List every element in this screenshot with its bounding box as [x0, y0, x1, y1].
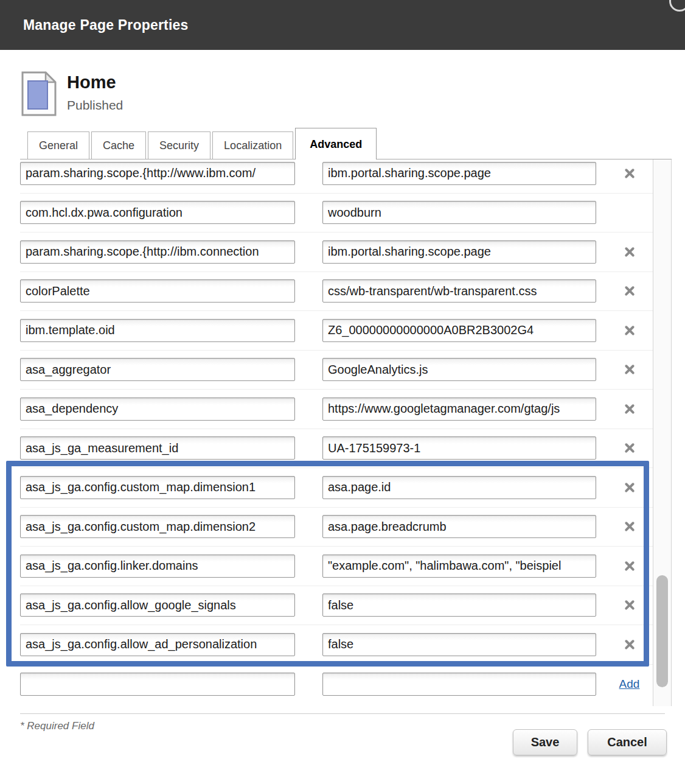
row-action-cell — [596, 439, 653, 457]
document-page-icon — [20, 71, 58, 117]
page-title: Home — [67, 72, 123, 93]
tab-advanced[interactable]: Advanced — [295, 128, 377, 159]
tab-general[interactable]: General — [27, 131, 89, 159]
tab-label: Cache — [103, 139, 134, 152]
delete-row-button[interactable] — [621, 557, 639, 575]
property-value-input[interactable] — [322, 358, 596, 381]
delete-row-button[interactable] — [621, 164, 639, 183]
property-key-input[interactable] — [20, 515, 295, 538]
footer-divider — [20, 713, 665, 714]
delete-row-button[interactable] — [621, 243, 639, 261]
property-row: Add — [20, 665, 653, 704]
property-key-input[interactable] — [20, 319, 295, 342]
property-key-input[interactable] — [20, 476, 295, 499]
row-action-cell — [596, 321, 653, 340]
delete-x-icon — [624, 168, 635, 179]
property-key-input[interactable] — [20, 201, 295, 224]
delete-row-button[interactable] — [621, 478, 639, 497]
tab-security[interactable]: Security — [148, 131, 210, 159]
row-action-cell — [596, 400, 653, 418]
property-value-input[interactable] — [322, 397, 596, 421]
property-row — [20, 586, 653, 626]
properties-list: Add — [20, 159, 653, 704]
tab-bar: GeneralCacheSecurityLocalizationAdvanced — [27, 128, 378, 159]
property-key-input[interactable] — [20, 240, 295, 264]
property-value-input[interactable] — [322, 515, 596, 538]
property-value-input[interactable] — [322, 555, 596, 578]
row-action-cell — [596, 596, 653, 614]
row-action-cell — [596, 360, 653, 379]
property-row — [20, 194, 653, 233]
row-action-cell — [596, 635, 653, 654]
property-value-input[interactable] — [322, 319, 596, 342]
required-field-note: * Required Field — [20, 720, 94, 732]
dialog-titlebar: Manage Page Properties — [0, 0, 685, 50]
cancel-button[interactable]: Cancel — [588, 729, 667, 755]
property-row — [20, 508, 653, 547]
tab-label: Security — [159, 139, 199, 152]
delete-x-icon — [624, 482, 635, 493]
property-row — [20, 272, 653, 312]
page-heading: Home Published — [20, 71, 123, 117]
property-value-input[interactable] — [322, 162, 596, 185]
scrollbar-thumb[interactable] — [656, 575, 668, 687]
row-action-cell — [596, 243, 653, 261]
delete-row-button[interactable] — [621, 439, 639, 457]
property-row — [20, 547, 653, 586]
delete-row-button[interactable] — [621, 596, 639, 614]
property-row — [20, 159, 653, 194]
property-value-input[interactable] — [322, 201, 596, 224]
delete-row-button[interactable] — [621, 635, 639, 654]
property-row — [20, 351, 653, 390]
dialog-title: Manage Page Properties — [23, 16, 189, 34]
property-key-input[interactable] — [20, 673, 295, 696]
property-row — [20, 311, 653, 351]
delete-x-icon — [624, 404, 635, 415]
add-row-link[interactable]: Add — [619, 677, 640, 691]
delete-x-icon — [624, 285, 635, 296]
properties-scroll-area: Add — [20, 159, 653, 706]
corner-circle-icon[interactable] — [669, 0, 685, 12]
tab-label: General — [39, 139, 78, 152]
row-action-cell — [596, 557, 653, 575]
property-key-input[interactable] — [20, 358, 295, 381]
manage-page-properties-dialog: Manage Page Properties Home Published Ge… — [0, 0, 685, 784]
delete-row-button[interactable] — [621, 282, 639, 300]
tab-cache[interactable]: Cache — [91, 131, 146, 159]
delete-x-icon — [624, 364, 635, 375]
delete-x-icon — [624, 521, 635, 532]
property-key-input[interactable] — [20, 633, 295, 656]
row-action-cell: Add — [596, 677, 653, 691]
property-row — [20, 468, 653, 508]
delete-row-button[interactable] — [621, 400, 639, 418]
tab-label: Advanced — [310, 138, 362, 150]
property-row — [20, 429, 653, 469]
property-key-input[interactable] — [20, 397, 295, 421]
property-key-input[interactable] — [20, 593, 295, 617]
property-value-input[interactable] — [322, 593, 596, 617]
property-value-input[interactable] — [322, 279, 596, 303]
property-value-input[interactable] — [322, 673, 596, 696]
delete-row-button[interactable] — [621, 321, 639, 340]
property-value-input[interactable] — [322, 436, 596, 460]
property-key-input[interactable] — [20, 162, 295, 185]
property-key-input[interactable] — [20, 436, 295, 460]
property-value-input[interactable] — [322, 633, 596, 656]
save-button[interactable]: Save — [513, 729, 577, 755]
delete-row-button[interactable] — [621, 517, 639, 536]
delete-x-icon — [624, 561, 635, 572]
property-key-input[interactable] — [20, 279, 295, 303]
delete-row-button[interactable] — [621, 360, 639, 379]
property-row — [20, 390, 653, 429]
page-status: Published — [67, 98, 123, 113]
scrollbar-track[interactable] — [653, 159, 672, 706]
property-key-input[interactable] — [20, 555, 295, 578]
property-value-input[interactable] — [322, 240, 596, 264]
property-value-input[interactable] — [322, 476, 596, 499]
delete-x-icon — [624, 325, 635, 336]
dialog-actions: Save Cancel — [513, 729, 667, 755]
tab-localization[interactable]: Localization — [212, 131, 293, 159]
property-row — [20, 233, 653, 272]
delete-x-icon — [624, 639, 635, 650]
tab-label: Localization — [224, 139, 282, 152]
